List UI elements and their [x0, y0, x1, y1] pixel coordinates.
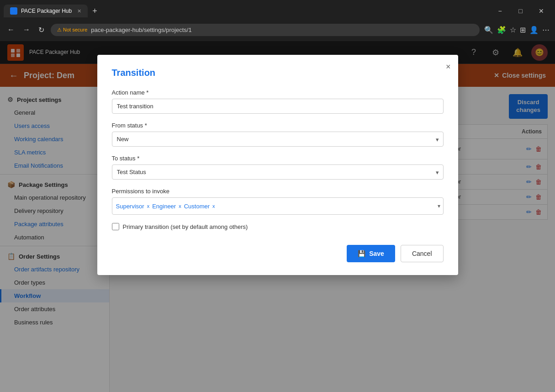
- tag-engineer-label: Engineer: [152, 203, 176, 210]
- permissions-tags-input[interactable]: Supervisor x Engineer x Customer x ▾: [112, 197, 444, 215]
- refresh-nav-button[interactable]: ↻: [37, 24, 46, 36]
- tag-customer: Customer x: [184, 203, 215, 210]
- to-status-label: To status *: [112, 155, 444, 162]
- modal-overlay[interactable]: Transition × Action name * From status *…: [0, 41, 555, 392]
- primary-transition-checkbox[interactable]: [112, 223, 119, 230]
- tab-favicon: [10, 7, 17, 15]
- new-tab-button[interactable]: +: [90, 6, 100, 16]
- from-status-group: From status * New In Progress Completed …: [112, 122, 444, 147]
- to-status-select-wrapper: New In Progress Completed Test Status: [112, 164, 444, 180]
- modal-title: Transition: [112, 68, 444, 78]
- permissions-label: Permissions to invoke: [112, 188, 444, 195]
- from-status-select-wrapper: New In Progress Completed Test Status: [112, 132, 444, 147]
- to-status-select[interactable]: New In Progress Completed Test Status: [112, 164, 444, 180]
- tab-groups-icon[interactable]: ⊞: [520, 26, 526, 34]
- url-display: pace-packager-hub/settings/projects/1: [91, 26, 191, 33]
- tag-customer-label: Customer: [184, 203, 210, 210]
- address-bar[interactable]: ⚠ Not secure pace-packager-hub/settings/…: [51, 24, 480, 36]
- permissions-group: Permissions to invoke Supervisor x Engin…: [112, 188, 444, 215]
- save-button[interactable]: 💾 Save: [347, 245, 395, 262]
- permissions-dropdown-icon[interactable]: ▾: [438, 203, 440, 209]
- primary-transition-label: Primary transition (set by default among…: [123, 223, 248, 230]
- profile-icon[interactable]: 👤: [529, 26, 539, 34]
- modal-footer: 💾 Save Cancel: [112, 245, 444, 262]
- tab-close-button[interactable]: ✕: [77, 8, 81, 14]
- close-window-button[interactable]: ✕: [531, 4, 551, 18]
- tag-supervisor-label: Supervisor: [116, 203, 144, 210]
- action-name-group: Action name *: [112, 89, 444, 114]
- tab-title: PACE Packager Hub: [21, 8, 72, 14]
- tag-customer-remove[interactable]: x: [212, 203, 215, 209]
- extensions-icon[interactable]: 🧩: [497, 26, 506, 34]
- browser-menu-icon[interactable]: ⋯: [542, 26, 550, 34]
- tag-supervisor: Supervisor x: [116, 203, 150, 210]
- modal-close-button[interactable]: ×: [446, 62, 451, 72]
- save-label: Save: [369, 250, 384, 257]
- tag-supervisor-remove[interactable]: x: [147, 203, 150, 209]
- save-icon: 💾: [358, 250, 365, 257]
- cancel-button[interactable]: Cancel: [401, 245, 444, 262]
- forward-nav-button[interactable]: →: [21, 24, 32, 36]
- primary-transition-group: Primary transition (set by default among…: [112, 223, 444, 230]
- search-address-icon[interactable]: 🔍: [484, 26, 493, 34]
- favorites-icon[interactable]: ☆: [510, 26, 516, 34]
- maximize-button[interactable]: □: [510, 4, 531, 18]
- from-status-select[interactable]: New In Progress Completed Test Status: [112, 132, 444, 147]
- transition-modal: Transition × Action name * From status *…: [97, 55, 458, 275]
- browser-tab-active[interactable]: PACE Packager Hub ✕: [4, 5, 88, 17]
- to-status-group: To status * New In Progress Completed Te…: [112, 155, 444, 180]
- action-name-input[interactable]: [112, 99, 444, 114]
- minimize-button[interactable]: −: [490, 4, 510, 18]
- tag-engineer: Engineer x: [152, 203, 181, 210]
- back-nav-button[interactable]: ←: [5, 24, 16, 36]
- from-status-label: From status *: [112, 122, 444, 129]
- tag-engineer-remove[interactable]: x: [179, 203, 181, 209]
- action-name-label: Action name *: [112, 89, 444, 96]
- security-warning: ⚠ Not secure: [57, 27, 87, 33]
